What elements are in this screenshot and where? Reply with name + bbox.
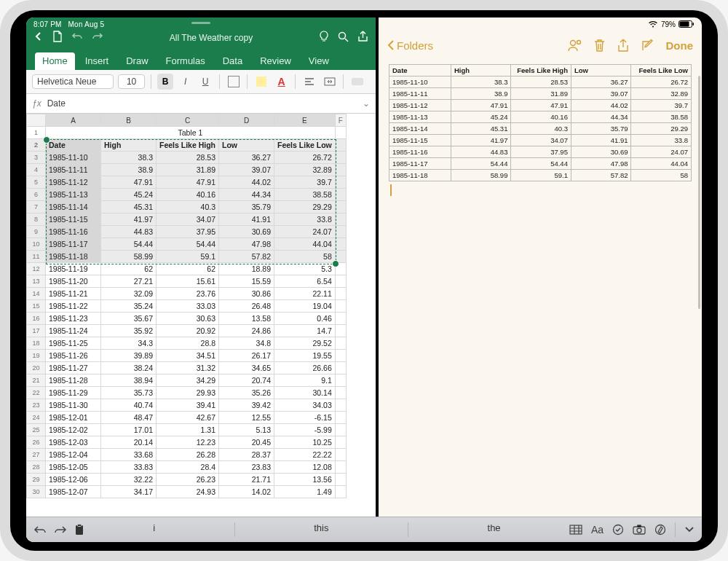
spreadsheet-grid[interactable]: ABCDEF1Table 12DateHighFeels Like HighLo… [26,114,376,542]
note-header-cell[interactable]: High [451,65,511,76]
note-cell[interactable]: 45.31 [451,123,511,135]
cell[interactable]: 45.24 [101,189,157,201]
underline-button[interactable]: U [197,74,213,90]
cell[interactable]: 1985-12-01 [46,412,101,424]
cell[interactable]: 1985-11-27 [46,362,101,374]
note-cell[interactable]: 1985-11-10 [389,76,451,88]
cell[interactable]: 12.08 [274,461,336,474]
row-header[interactable]: 5 [27,176,46,189]
note-cell[interactable]: 31.89 [511,88,571,100]
note-cell[interactable]: 1985-11-14 [389,123,451,135]
note-cell[interactable]: 40.16 [511,111,571,123]
cell[interactable]: 39.89 [101,350,157,362]
cell[interactable]: 1985-11-24 [46,325,101,337]
cell[interactable]: 20.92 [157,325,219,337]
row-header[interactable]: 6 [27,189,46,201]
cell[interactable]: 42.67 [157,412,219,424]
cell[interactable]: 13.58 [219,313,274,325]
suggestion[interactable]: i [153,522,155,537]
align-button[interactable] [301,74,317,90]
row-header[interactable]: 18 [27,337,46,350]
header-cell[interactable]: Low [219,139,274,152]
cell[interactable]: 1985-11-22 [46,300,101,313]
row-header[interactable]: 4 [27,164,46,176]
back-icon[interactable] [33,31,44,44]
cell[interactable]: 54.44 [157,238,219,251]
note-content[interactable]: DateHighFeels Like HighLowFeels Like Low… [379,61,702,542]
row-header[interactable]: 21 [27,374,46,387]
cell[interactable]: 20.74 [219,374,274,387]
note-cell[interactable]: 26.72 [631,76,692,88]
note-cell[interactable]: 1985-11-17 [389,158,451,170]
cell[interactable]: 18.89 [219,263,274,275]
cell[interactable]: 35.73 [101,387,157,399]
cell[interactable]: 39.42 [219,399,274,412]
cell[interactable]: 47.98 [219,238,274,251]
cell[interactable]: 1985-11-15 [46,213,101,226]
note-cell[interactable]: 36.27 [571,76,631,88]
header-cell[interactable]: Feels Like High [157,139,219,152]
cell[interactable]: 1985-11-28 [46,374,101,387]
row-header[interactable]: 19 [27,350,46,362]
row-header[interactable]: 3 [27,152,46,164]
borders-button[interactable] [226,74,242,90]
cell[interactable]: 15.61 [157,275,219,288]
cell[interactable]: 1985-11-29 [46,387,101,399]
cell[interactable]: 40.74 [101,399,157,412]
header-cell[interactable]: High [101,139,157,152]
note-header-cell[interactable]: Feels Like Low [631,65,692,76]
cell[interactable]: 41.97 [101,213,157,226]
cell[interactable]: 1.49 [274,486,336,498]
cell[interactable]: 10.25 [274,436,336,449]
cell[interactable]: 31.89 [157,164,219,176]
table-title-cell[interactable]: Table 1 [46,127,336,139]
cell[interactable]: 1985-11-23 [46,313,101,325]
cell[interactable]: 1985-11-20 [46,275,101,288]
cell[interactable]: 57.82 [219,251,274,263]
cell[interactable]: 1985-12-05 [46,461,101,474]
italic-button[interactable]: I [178,74,194,90]
note-cell[interactable]: 1985-11-11 [389,88,451,100]
note-cell[interactable]: 30.69 [571,146,631,158]
cell[interactable]: 12.23 [157,436,219,449]
table-icon[interactable] [569,525,582,535]
cell[interactable]: 12.55 [219,412,274,424]
cell[interactable]: 34.07 [157,213,219,226]
row-header[interactable]: 17 [27,325,46,337]
cell[interactable]: 30.14 [274,387,336,399]
cell[interactable]: 40.16 [157,189,219,201]
clipboard-icon[interactable] [74,524,84,536]
cell[interactable]: 22.22 [274,449,336,461]
tab-data[interactable]: Data [215,52,250,70]
row-header[interactable]: 27 [27,449,46,461]
file-icon[interactable] [52,31,63,45]
cell[interactable]: 34.03 [274,399,336,412]
cell[interactable]: 14.7 [274,325,336,337]
cell[interactable]: 1985-11-12 [46,176,101,189]
row-header[interactable]: 15 [27,300,46,313]
cell[interactable]: 1985-11-14 [46,201,101,213]
note-cell[interactable]: 39.7 [631,100,692,111]
column-header[interactable]: A [46,114,101,127]
cell[interactable]: 38.9 [101,164,157,176]
note-cell[interactable]: 1985-11-18 [389,170,451,181]
cell[interactable]: 9.1 [274,374,336,387]
note-cell[interactable]: 47.91 [511,100,571,111]
row-header[interactable]: 8 [27,213,46,226]
cell[interactable]: 1985-11-18 [46,251,101,263]
cell[interactable]: 35.24 [101,300,157,313]
note-cell[interactable]: 37.95 [511,146,571,158]
note-cell[interactable]: 38.9 [451,88,511,100]
cell[interactable]: 1985-11-19 [46,263,101,275]
cell[interactable]: 35.92 [101,325,157,337]
cell[interactable]: 1985-11-21 [46,288,101,300]
column-header[interactable]: F [335,114,346,127]
cell[interactable]: 62 [101,263,157,275]
cell[interactable]: 38.58 [274,189,336,201]
merge-button[interactable] [322,74,338,90]
cell[interactable]: 24.86 [219,325,274,337]
cell[interactable]: 44.04 [274,238,336,251]
cell[interactable]: 27.21 [101,275,157,288]
cell[interactable]: 28.53 [157,152,219,164]
back-folders-button[interactable]: Folders [387,39,433,52]
